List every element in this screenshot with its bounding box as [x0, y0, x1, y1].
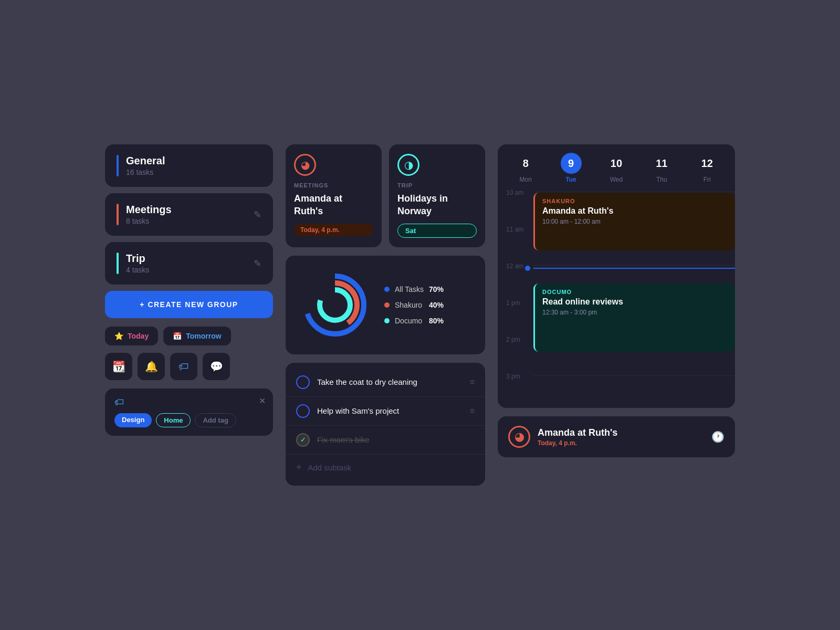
time-10am: 10 am	[506, 187, 523, 197]
chart-card: All Tasks 70% Shakuro 40% Documo 80%	[286, 256, 485, 354]
task-check-1[interactable]	[296, 404, 310, 418]
cal-day-8[interactable]: 8 Mon	[512, 153, 539, 183]
task-menu-0[interactable]: ≡	[470, 377, 475, 387]
task-list-card: Take the coat to dry cleaning ≡ Help wit…	[286, 363, 485, 486]
cal-day-num-11: 11	[651, 153, 672, 174]
calendar-card: 8 Mon 9 Tue 10 Wed 11 Thu 12 Fri	[498, 144, 735, 408]
legend-pct-documo: 80%	[429, 317, 444, 325]
reminder-card[interactable]: ◕ Amanda at Ruth's Today, 4 p.m. 🕐	[498, 416, 735, 457]
add-subtask-label: Add subtask	[308, 463, 352, 472]
donut-chart	[298, 268, 372, 342]
tomorrow-button[interactable]: 📅 Tomorrow	[163, 327, 230, 345]
tag-panel-icon: 🏷	[114, 397, 264, 408]
group-info-trip: Trip 4 tasks	[126, 253, 246, 274]
trip-event-title: Holidays in Norway	[397, 193, 477, 217]
cal-day-9[interactable]: 9 Tue	[558, 153, 585, 183]
create-group-button[interactable]: + CREATE NEW GROUP	[105, 291, 273, 318]
group-count-meetings: 8 tasks	[126, 217, 246, 225]
cal-day-label-9: Tue	[565, 176, 576, 183]
chat-icon-btn[interactable]: 💬	[203, 353, 230, 380]
trip-event-icon: ◑	[397, 154, 419, 176]
event-cards-row: ◕ MEETINGS Amanda at Ruth's Today, 4 p.m…	[286, 144, 485, 247]
calendar-grid-icon: 📆	[112, 360, 125, 373]
cal-day-label-10: Wed	[610, 176, 623, 183]
cal-event-time-reviews: 12:30 am - 3:00 pm	[542, 309, 728, 316]
left-column: General 16 tasks Meetings 8 tasks ✎ Trip…	[105, 144, 273, 436]
trip-event-card[interactable]: ◑ TRIP Holidays in Norway Sat	[389, 144, 485, 247]
cal-event-label-documo: DOCUMO	[542, 289, 728, 295]
svg-point-2	[320, 290, 350, 320]
meetings-event-icon: ◕	[294, 154, 316, 176]
legend-dot-all-tasks	[384, 287, 390, 292]
task-text-0: Take the coat to dry cleaning	[317, 377, 463, 386]
edit-meetings-icon[interactable]: ✎	[254, 209, 261, 220]
tag-design[interactable]: Design	[114, 413, 152, 427]
app-container: General 16 tasks Meetings 8 tasks ✎ Trip…	[84, 123, 756, 507]
add-subtask-button[interactable]: + Add subtask	[286, 455, 485, 480]
tomorrow-label: Tomorrow	[186, 332, 221, 340]
task-text-1: Help with Sam's project	[317, 406, 463, 415]
tag-home[interactable]: Home	[156, 413, 191, 427]
tag-icon-btn[interactable]: 🏷	[170, 353, 197, 380]
calendar-body: 10 am 11 am 12 am 1 pm 2 pm 3	[498, 187, 735, 408]
meetings-event-label: MEETINGS	[294, 182, 373, 188]
today-button[interactable]: ⭐ Today	[105, 327, 158, 345]
bell-icon: 🔔	[145, 360, 158, 373]
legend-dot-documo	[384, 318, 390, 323]
task-item-1[interactable]: Help with Sam's project ≡	[286, 397, 485, 426]
star-icon: ⭐	[114, 332, 123, 340]
cal-day-label-8: Mon	[520, 176, 532, 183]
group-border-general	[117, 155, 119, 176]
task-menu-1[interactable]: ≡	[470, 406, 475, 416]
cal-event-title-amanda: Amanda at Ruth's	[542, 206, 728, 216]
time-12am: 12 am	[506, 261, 523, 270]
line-3pm	[533, 375, 735, 376]
time-2pm: 2 pm	[506, 334, 520, 344]
tag-panel: ✕ 🏷 Design Home Add tag	[105, 388, 273, 436]
group-border-trip	[117, 253, 119, 274]
cal-event-title-reviews: Read online reviews	[542, 297, 728, 307]
reminder-clock-icon: ◕	[514, 430, 524, 444]
right-column: 8 Mon 9 Tue 10 Wed 11 Thu 12 Fri	[498, 144, 735, 457]
legend-dot-shakuro	[384, 302, 390, 308]
icon-row: 📆 🔔 🏷 💬	[105, 353, 273, 380]
trip-event-badge: Sat	[397, 224, 477, 238]
group-info-meetings: Meetings 8 tasks	[126, 204, 246, 225]
bell-icon-btn[interactable]: 🔔	[138, 353, 165, 380]
reminder-icon: ◕	[508, 426, 530, 448]
group-general[interactable]: General 16 tasks	[105, 144, 273, 187]
cal-day-num-9: 9	[561, 153, 582, 174]
legend-documo: Documo 80%	[384, 317, 444, 325]
cal-day-12[interactable]: 12 Fri	[694, 153, 721, 183]
time-3pm: 3 pm	[506, 371, 520, 381]
cal-day-11[interactable]: 11 Thu	[648, 153, 675, 183]
calendar-event-amanda[interactable]: SHAKURO Amanda at Ruth's 10:00 am - 12:0…	[533, 193, 735, 250]
legend-pct-shakuro: 40%	[429, 301, 444, 309]
reminder-action-icon[interactable]: 🕐	[711, 430, 724, 443]
edit-trip-icon[interactable]: ✎	[254, 258, 261, 269]
calendar-header: 8 Mon 9 Tue 10 Wed 11 Thu 12 Fri	[498, 144, 735, 187]
calendar-grid-icon-btn[interactable]: 📆	[105, 353, 132, 380]
calendar-icon: 📅	[173, 332, 182, 340]
cal-day-10[interactable]: 10 Wed	[603, 153, 630, 183]
task-check-2[interactable]: ✓	[296, 433, 310, 447]
time-labels: 10 am 11 am 12 am 1 pm 2 pm 3	[506, 187, 533, 408]
cal-event-time-amanda: 10:00 am - 12:00 am	[542, 218, 728, 225]
reminder-time: Today, 4 p.m.	[538, 439, 704, 447]
time-11am: 11 am	[506, 224, 523, 234]
cal-day-num-12: 12	[697, 153, 718, 174]
tag-panel-close-button[interactable]: ✕	[259, 396, 266, 406]
task-item-0[interactable]: Take the coat to dry cleaning ≡	[286, 368, 485, 397]
line-12am	[533, 265, 735, 266]
group-trip[interactable]: Trip 4 tasks ✎	[105, 242, 273, 285]
task-check-0[interactable]	[296, 375, 310, 389]
checkmark-icon: ✓	[300, 436, 306, 444]
tag-add[interactable]: Add tag	[195, 413, 236, 427]
task-item-2[interactable]: ✓ Fix mom's bike	[286, 426, 485, 455]
calendar-event-reviews[interactable]: DOCUMO Read online reviews 12:30 am - 3:…	[533, 284, 735, 352]
group-meetings[interactable]: Meetings 8 tasks ✎	[105, 193, 273, 236]
cal-day-num-10: 10	[606, 153, 627, 174]
meetings-event-card[interactable]: ◕ MEETINGS Amanda at Ruth's Today, 4 p.m…	[286, 144, 382, 247]
time-1pm: 1 pm	[506, 298, 520, 307]
today-label: Today	[128, 332, 149, 340]
